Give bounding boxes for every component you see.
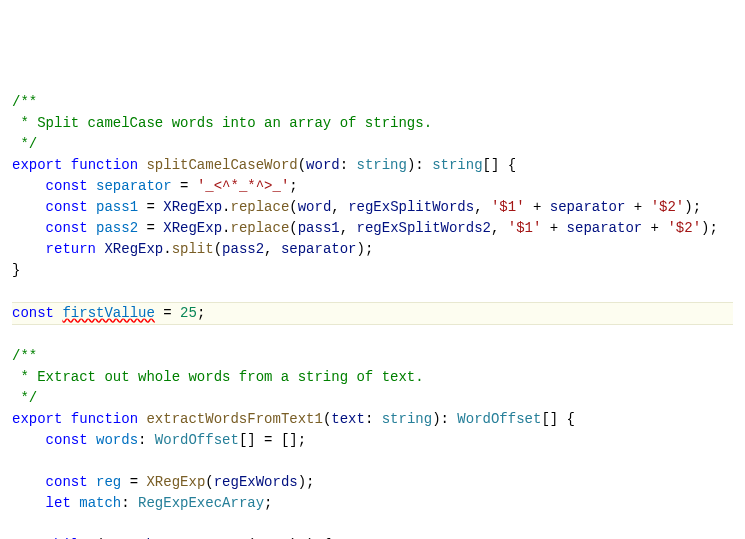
identifier: XRegExp [163, 199, 222, 215]
keyword-const: const [46, 220, 88, 236]
variable: reg [96, 474, 121, 490]
method: replace [230, 220, 289, 236]
type: WordOffset [155, 432, 239, 448]
keyword-function: function [71, 157, 138, 173]
variable: words [96, 432, 138, 448]
keyword-const: const [46, 474, 88, 490]
function-name: extractWordsFromText1 [146, 411, 322, 427]
comment-line: /** [12, 94, 37, 110]
variable: separator [96, 178, 172, 194]
identifier: XRegExp [104, 241, 163, 257]
string-literal: '$2' [651, 199, 685, 215]
identifier: XRegExp [163, 220, 222, 236]
comment-line: /** [12, 348, 37, 364]
comment-line: * Extract out whole words from a string … [12, 369, 424, 385]
return-type: string [432, 157, 482, 173]
keyword-const: const [12, 305, 54, 321]
string-literal: '$1' [508, 220, 542, 236]
comment-line: * Split camelCase words into an array of… [12, 115, 432, 131]
type: RegExpExecArray [138, 495, 264, 511]
function-call: XRegExp [146, 474, 205, 490]
keyword-let: let [46, 495, 71, 511]
keyword-export: export [12, 157, 62, 173]
method: replace [230, 199, 289, 215]
number-literal: 25 [180, 305, 197, 321]
keyword-return: return [46, 241, 96, 257]
type: string [357, 157, 407, 173]
keyword-export: export [12, 411, 62, 427]
comment-line: */ [12, 136, 37, 152]
comment-line: */ [12, 390, 37, 406]
variable: match [79, 495, 121, 511]
string-literal: '$1' [491, 199, 525, 215]
string-literal: '_<^*_*^>_' [197, 178, 289, 194]
parameter: word [306, 157, 340, 173]
string-literal: '$2' [667, 220, 701, 236]
function-name: splitCamelCaseWord [146, 157, 297, 173]
method: split [172, 241, 214, 257]
variable-with-error: firstVallue [62, 305, 154, 321]
return-type: WordOffset [457, 411, 541, 427]
type: string [382, 411, 432, 427]
variable: pass1 [96, 199, 138, 215]
keyword-const: const [46, 178, 88, 194]
code-block: /** * Split camelCase words into an arra… [12, 92, 733, 539]
keyword-const: const [46, 432, 88, 448]
highlighted-line: const firstVallue = 25; [12, 302, 733, 325]
variable: pass2 [96, 220, 138, 236]
parameter: text [331, 411, 365, 427]
keyword-function: function [71, 411, 138, 427]
keyword-const: const [46, 199, 88, 215]
